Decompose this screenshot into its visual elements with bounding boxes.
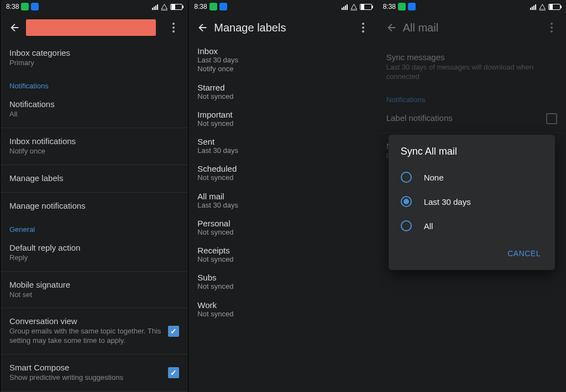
label-name: Work xyxy=(197,300,368,310)
facebook-icon xyxy=(31,3,39,10)
wifi-icon: ⧋ xyxy=(350,2,357,12)
label-item[interactable]: SubsNot synced xyxy=(188,268,377,295)
wifi-icon: ⧋ xyxy=(161,2,167,12)
back-button[interactable] xyxy=(381,17,403,39)
account-email-redacted xyxy=(26,19,156,36)
default-reply-item[interactable]: Default reply action Reply xyxy=(1,237,188,269)
label-item[interactable]: InboxLast 30 daysNotify once xyxy=(188,42,377,78)
label-item[interactable]: ImportantNot synced xyxy=(188,105,377,133)
more-button[interactable] xyxy=(541,17,563,39)
facebook-icon xyxy=(408,3,416,10)
divider xyxy=(1,308,188,308)
labels-list: InboxLast 30 daysNotify onceStarredNot s… xyxy=(188,42,377,323)
label-item[interactable]: ReceiptsNot synced xyxy=(188,241,377,268)
status-bar: 8:38 ⧋ xyxy=(1,0,188,13)
battery-icon xyxy=(170,4,182,10)
wifi-icon: ⧋ xyxy=(539,2,546,12)
label-item[interactable]: PersonalNot synced xyxy=(188,214,377,241)
label-name: Inbox xyxy=(197,46,368,56)
section-notifications: Notifications xyxy=(1,74,188,93)
inbox-categories-item[interactable]: Inbox categories Primary xyxy=(1,42,188,74)
label-item[interactable]: WorkNot synced xyxy=(188,296,377,323)
label-name: Scheduled xyxy=(197,164,368,173)
label-sub: Last 30 days xyxy=(197,201,368,210)
label-item[interactable]: ScheduledNot synced xyxy=(188,160,377,187)
whatsapp-icon xyxy=(398,3,406,10)
divider xyxy=(1,354,188,354)
back-button[interactable] xyxy=(4,17,26,39)
status-time: 8:38 xyxy=(383,3,396,10)
label-sub: Not synced xyxy=(197,255,368,264)
label-sub: Last 30 daysNotify once xyxy=(197,56,368,74)
page-title: Manage labels xyxy=(214,22,352,34)
radio-none[interactable]: None xyxy=(389,165,555,189)
whatsapp-icon xyxy=(21,3,29,10)
section-general: General xyxy=(1,218,188,237)
dialog-title: Sync All mail xyxy=(389,146,555,165)
section-notifications: Notifications xyxy=(378,88,566,107)
radio-icon[interactable] xyxy=(401,172,412,183)
label-sub: Last 30 days xyxy=(197,146,368,155)
label-notifications-checkbox[interactable] xyxy=(546,113,557,124)
status-bar: 8:38 ⧋ xyxy=(188,0,377,13)
label-sub: Not synced xyxy=(197,310,368,319)
divider xyxy=(1,271,188,272)
divider xyxy=(1,192,188,193)
status-bar: 8:38 ⧋ xyxy=(378,0,566,13)
label-name: Personal xyxy=(197,219,368,228)
radio-last30[interactable]: Last 30 days xyxy=(389,189,555,214)
label-name: Important xyxy=(197,110,368,119)
app-bar: All mail xyxy=(378,13,566,42)
label-notifications-item[interactable]: Label notifications xyxy=(378,107,566,130)
battery-icon xyxy=(360,4,372,10)
conversation-view-item[interactable]: Conversation view Group emails with the … xyxy=(1,310,188,352)
panel-manage-labels: 8:38 ⧋ Manage labels InboxLast 30 daysNo… xyxy=(188,0,377,392)
notifications-item[interactable]: Notifications All xyxy=(1,93,188,125)
signal-icon xyxy=(530,3,536,10)
more-button[interactable] xyxy=(352,17,374,39)
smart-compose-checkbox[interactable] xyxy=(168,367,179,378)
status-time: 8:38 xyxy=(6,3,19,10)
divider xyxy=(1,391,188,391)
panel-settings: 8:38 ⧋ Inbox categories Primary Notifica… xyxy=(0,0,188,392)
cancel-button[interactable]: CANCEL xyxy=(502,245,546,262)
label-sub: Not synced xyxy=(197,92,368,101)
label-item[interactable]: SentLast 30 days xyxy=(188,133,377,160)
conversation-view-checkbox[interactable] xyxy=(168,326,179,337)
more-button[interactable] xyxy=(163,17,185,39)
radio-icon[interactable] xyxy=(401,196,412,207)
label-item[interactable]: StarredNot synced xyxy=(188,78,377,105)
label-name: Subs xyxy=(197,273,368,282)
back-button[interactable] xyxy=(192,17,214,39)
whatsapp-icon xyxy=(209,3,217,10)
label-sub: Not synced xyxy=(197,173,368,182)
manage-notifications-item[interactable]: Manage notifications xyxy=(1,195,188,218)
status-time: 8:38 xyxy=(194,3,207,10)
panel-all-mail: 8:38 ⧋ All mail Sync messages Last 30 da… xyxy=(378,0,566,392)
divider xyxy=(1,128,188,128)
smart-compose-item[interactable]: Smart Compose Show predictive writing su… xyxy=(1,357,188,389)
radio-all[interactable]: All xyxy=(389,214,555,238)
label-sub: Not synced xyxy=(197,282,368,291)
manage-labels-item[interactable]: Manage labels xyxy=(1,167,188,190)
facebook-icon xyxy=(219,3,227,10)
sync-dialog: Sync All mail None Last 30 days All CANC… xyxy=(389,135,555,270)
page-title: All mail xyxy=(403,22,541,34)
label-name: Receipts xyxy=(197,246,368,255)
label-sub: Not synced xyxy=(197,228,368,237)
signal-icon xyxy=(342,3,348,10)
app-bar xyxy=(1,13,188,42)
battery-icon xyxy=(548,4,560,10)
label-sub: Not synced xyxy=(197,119,368,128)
sync-messages-item[interactable]: Sync messages Last 30 days of messages w… xyxy=(378,46,566,88)
mobile-signature-item[interactable]: Mobile signature Not set xyxy=(1,274,188,306)
radio-icon[interactable] xyxy=(401,220,412,231)
divider xyxy=(378,133,566,133)
label-item[interactable]: All mailLast 30 days xyxy=(188,187,377,214)
app-bar: Manage labels xyxy=(188,13,377,42)
signal-icon xyxy=(152,3,158,10)
label-name: Sent xyxy=(197,137,368,146)
inbox-notifications-item[interactable]: Inbox notifications Notify once xyxy=(1,130,188,162)
label-name: All mail xyxy=(197,192,368,201)
divider xyxy=(1,165,188,165)
